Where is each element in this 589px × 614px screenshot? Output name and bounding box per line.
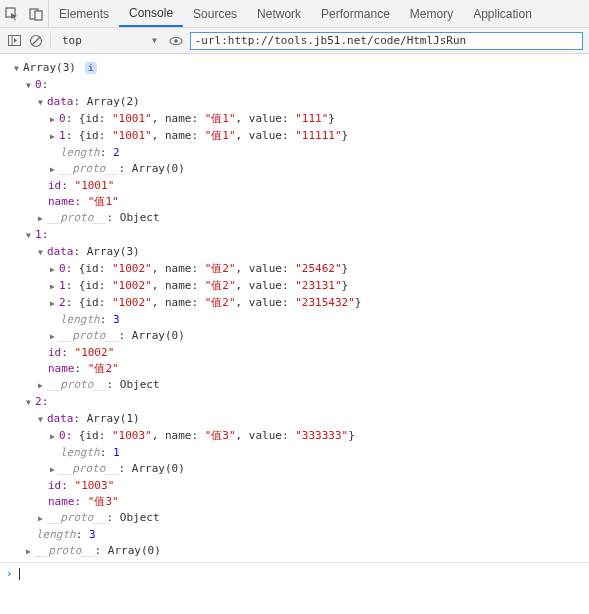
- tab-performance[interactable]: Performance: [311, 0, 400, 27]
- object-preview[interactable]: 0: {id: "1003", name: "值3", value: "3333…: [8, 428, 585, 445]
- prop-row[interactable]: id: "1003": [8, 478, 585, 494]
- length-row[interactable]: length: 2: [8, 145, 585, 161]
- proto-row[interactable]: __proto__: Array(0): [8, 328, 585, 345]
- expand-icon[interactable]: [38, 94, 47, 111]
- object-preview[interactable]: 2: {id: "1002", name: "值2", value: "2315…: [8, 295, 585, 312]
- tree-key[interactable]: data: Array(3): [8, 244, 585, 261]
- expand-icon[interactable]: [14, 60, 23, 77]
- context-label: top: [62, 34, 82, 47]
- filter-input[interactable]: [190, 32, 583, 50]
- tab-sources[interactable]: Sources: [183, 0, 247, 27]
- expand-icon[interactable]: [50, 328, 59, 345]
- context-selector[interactable]: top ▼: [57, 32, 162, 49]
- eye-icon[interactable]: [168, 33, 184, 49]
- console-output-tree: Array(3) i 0: data: Array(2) 0: {id: "10…: [0, 54, 589, 562]
- prop-row[interactable]: name: "值2": [8, 361, 585, 377]
- inspect-element-icon[interactable]: [4, 6, 20, 22]
- separator: [50, 33, 51, 48]
- tree-key[interactable]: data: Array(2): [8, 94, 585, 111]
- sidebar-toggle-icon[interactable]: [6, 33, 22, 49]
- chevron-down-icon: ▼: [152, 36, 157, 45]
- prop-row[interactable]: id: "1002": [8, 345, 585, 361]
- svg-line-6: [32, 37, 40, 45]
- expand-icon[interactable]: [26, 77, 35, 94]
- tree-key[interactable]: data: Array(1): [8, 411, 585, 428]
- tab-network[interactable]: Network: [247, 0, 311, 27]
- expand-icon[interactable]: [50, 428, 59, 445]
- proto-row[interactable]: __proto__: Object: [8, 510, 585, 527]
- tree-key[interactable]: 2:: [8, 394, 585, 411]
- expand-icon[interactable]: [50, 161, 59, 178]
- expand-icon[interactable]: [38, 377, 47, 394]
- expand-icon[interactable]: [50, 111, 59, 128]
- tab-memory[interactable]: Memory: [400, 0, 463, 27]
- array-root[interactable]: Array(3) i: [8, 60, 585, 77]
- tab-console[interactable]: Console: [119, 0, 183, 27]
- proto-row[interactable]: __proto__: Array(0): [8, 543, 585, 560]
- tree-key[interactable]: 0:: [8, 77, 585, 94]
- expand-icon[interactable]: [38, 411, 47, 428]
- clear-console-icon[interactable]: [28, 33, 44, 49]
- svg-rect-2: [35, 11, 42, 20]
- proto-row[interactable]: __proto__: Array(0): [8, 461, 585, 478]
- tabs: Elements Console Sources Network Perform…: [49, 0, 542, 27]
- proto-row[interactable]: __proto__: Object: [8, 210, 585, 227]
- prompt-chevron-icon: ›: [6, 567, 13, 580]
- length-row[interactable]: length: 3: [8, 527, 585, 543]
- expand-icon[interactable]: [50, 295, 59, 312]
- expand-icon[interactable]: [26, 227, 35, 244]
- tree-key[interactable]: 1:: [8, 227, 585, 244]
- toolbar-icons: [0, 0, 49, 27]
- object-preview[interactable]: 1: {id: "1001", name: "值1", value: "1111…: [8, 128, 585, 145]
- expand-icon[interactable]: [50, 261, 59, 278]
- expand-icon[interactable]: [50, 128, 59, 145]
- expand-icon[interactable]: [26, 394, 35, 411]
- cursor: [19, 568, 20, 580]
- prop-row[interactable]: id: "1001": [8, 178, 585, 194]
- prop-row[interactable]: name: "值3": [8, 494, 585, 510]
- expand-icon[interactable]: [26, 543, 35, 560]
- proto-row[interactable]: __proto__: Array(0): [8, 161, 585, 178]
- tab-application[interactable]: Application: [463, 0, 542, 27]
- expand-icon[interactable]: [50, 461, 59, 478]
- prop-row[interactable]: name: "值1": [8, 194, 585, 210]
- expand-icon[interactable]: [38, 510, 47, 527]
- devtools-toolbar: Elements Console Sources Network Perform…: [0, 0, 589, 28]
- expand-icon[interactable]: [38, 210, 47, 227]
- info-icon[interactable]: i: [85, 62, 97, 74]
- object-preview[interactable]: 1: {id: "1002", name: "值2", value: "2313…: [8, 278, 585, 295]
- expand-icon[interactable]: [50, 278, 59, 295]
- length-row[interactable]: length: 3: [8, 312, 585, 328]
- expand-icon[interactable]: [38, 244, 47, 261]
- console-prompt[interactable]: ›: [0, 562, 589, 584]
- object-preview[interactable]: 0: {id: "1001", name: "值1", value: "111"…: [8, 111, 585, 128]
- device-toggle-icon[interactable]: [28, 6, 44, 22]
- svg-point-8: [174, 39, 178, 43]
- object-preview[interactable]: 0: {id: "1002", name: "值2", value: "2546…: [8, 261, 585, 278]
- proto-row[interactable]: __proto__: Object: [8, 377, 585, 394]
- console-filterbar: top ▼: [0, 28, 589, 54]
- length-row[interactable]: length: 1: [8, 445, 585, 461]
- tab-elements[interactable]: Elements: [49, 0, 119, 27]
